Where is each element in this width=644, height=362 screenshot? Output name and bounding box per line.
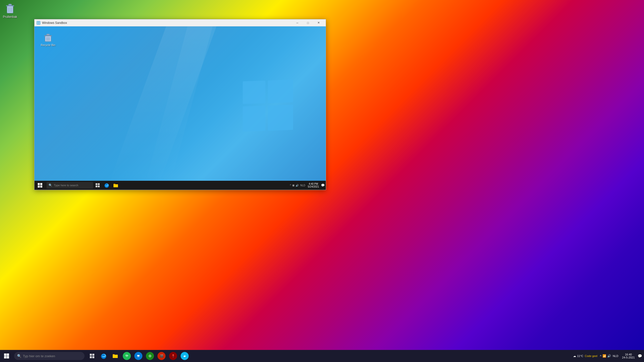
sandbox-task-view-icon (95, 183, 100, 188)
outer-desktop: Prullenbak Windows Sandbox ─ □ ✕ (0, 0, 644, 362)
outer-tray-notification[interactable]: 💬 (638, 354, 642, 358)
svg-point-37 (138, 357, 138, 357)
app8-icon: 📍 (169, 352, 177, 360)
sandbox-windows-start-icon (37, 183, 43, 188)
recycle-bin-svg-inner (43, 32, 53, 42)
store-icon (134, 352, 142, 360)
svg-rect-36 (113, 355, 118, 358)
sandbox-titlebar-icon (36, 21, 41, 25)
sandbox-clock-date: 5/24/2021 (308, 185, 319, 188)
sandbox-window: Windows Sandbox ─ □ ✕ (34, 19, 326, 190)
sandbox-tray-network[interactable]: 🖥 (292, 184, 295, 187)
svg-rect-26 (113, 184, 118, 187)
sandbox-inner-taskbar: 🔍 Type here to search (34, 181, 326, 190)
svg-rect-7 (37, 22, 38, 23)
sandbox-tray-show-hidden[interactable]: ^ (290, 184, 291, 187)
svg-rect-24 (98, 186, 100, 187)
outer-app9-button[interactable] (179, 350, 190, 361)
sandbox-recycle-bin-label: Recycle Bin (41, 43, 55, 47)
outer-file-explorer-icon (112, 353, 118, 359)
outer-tray-code-geel: Code geel (585, 354, 597, 357)
svg-rect-1 (6, 5, 14, 6)
outer-tray: ☁ 11°C Code geel ^ 📶 🔊 NLD 16:40 24-5-20… (573, 353, 644, 359)
svg-rect-13 (47, 34, 50, 35)
light-ray-2 (144, 26, 213, 190)
prullenbak-label: Prullenbak (3, 15, 17, 19)
outer-taskbar: 🔍 Typ hier om te zoeken (0, 350, 644, 362)
outer-clock-time: 16:40 (625, 353, 632, 356)
win-logo-bl (243, 106, 265, 131)
svg-rect-18 (40, 183, 42, 185)
svg-point-39 (184, 355, 185, 356)
spotify-icon (123, 352, 131, 360)
outer-tray-show-hidden[interactable]: ^ (600, 354, 601, 358)
svg-rect-9 (37, 23, 38, 24)
svg-rect-17 (38, 183, 40, 185)
outer-task-view-button[interactable] (87, 350, 98, 361)
sandbox-tray-language: NLD (300, 184, 306, 187)
sandbox-edge-button[interactable] (102, 181, 111, 190)
sandbox-tray: ^ 🖥 🔊 NLD 4:40 PM 5/24/2021 💬 (290, 183, 326, 188)
outer-search-box[interactable]: 🔍 Typ hier om te zoeken (14, 352, 85, 360)
app7-icon: 🎬 (157, 352, 166, 360)
outer-spotify-button[interactable] (121, 350, 132, 361)
outer-search-icon: 🔍 (17, 354, 21, 358)
outer-app8-button[interactable]: 📍 (168, 350, 179, 361)
start-windows-icon (4, 353, 9, 359)
docker-icon (181, 352, 189, 360)
svg-rect-32 (92, 354, 94, 356)
win-logo-tr (268, 80, 293, 103)
outer-app7-button[interactable]: 🎬 (156, 350, 167, 361)
sandbox-search-box[interactable]: 🔍 Type here to search (47, 182, 93, 189)
sandbox-titlebar: Windows Sandbox ─ □ ✕ (34, 19, 326, 26)
outer-tray-network[interactable]: 📶 (602, 354, 606, 358)
svg-rect-31 (90, 354, 92, 356)
start-button[interactable] (0, 350, 13, 362)
svg-rect-34 (92, 356, 94, 358)
outer-edge-button[interactable] (98, 350, 109, 361)
outer-file-explorer-button[interactable] (110, 350, 121, 361)
prullenbak-icon[interactable]: Prullenbak (0, 0, 20, 21)
windows-logo-grid (243, 80, 293, 132)
svg-rect-21 (96, 183, 97, 185)
outer-taskbar-clock[interactable]: 16:40 24-5-2021 (620, 353, 637, 359)
svg-rect-28 (7, 353, 9, 356)
svg-rect-33 (90, 356, 92, 358)
outer-tray-volume[interactable]: 🔊 (607, 354, 611, 358)
outer-tray-language: NLD (612, 354, 619, 357)
windows-logo-watermark (243, 80, 293, 131)
sandbox-recycle-bin-icon[interactable]: Recycle Bin (39, 31, 57, 48)
outer-edge-icon (100, 352, 107, 359)
sandbox-search-placeholder: Type here to search (54, 184, 78, 187)
sandbox-task-view-button[interactable] (93, 181, 102, 190)
svg-rect-10 (39, 23, 40, 24)
outer-search-placeholder: Typ hier om te zoeken (23, 354, 55, 358)
sandbox-clock-time: 4:40 PM (309, 183, 318, 185)
sandbox-taskbar-clock[interactable]: 4:40 PM 5/24/2021 (307, 183, 320, 188)
recycle-bin-svg-outer (4, 2, 16, 14)
outer-settings-icon: ⚙ (146, 352, 154, 360)
svg-rect-8 (39, 22, 40, 23)
sandbox-file-explorer-button[interactable] (111, 181, 120, 190)
win-logo-br (268, 105, 293, 131)
outer-settings-button[interactable]: ⚙ (144, 350, 155, 361)
svg-point-38 (139, 357, 139, 357)
sandbox-tray-notification[interactable]: 💬 (321, 184, 325, 187)
sandbox-maximize-button[interactable]: □ (303, 19, 313, 26)
svg-rect-30 (7, 356, 9, 358)
sandbox-minimize-button[interactable]: ─ (292, 19, 303, 26)
svg-rect-12 (44, 35, 52, 36)
sandbox-file-explorer-icon (113, 183, 118, 188)
outer-task-view-icon (90, 353, 95, 358)
svg-rect-2 (9, 4, 12, 5)
svg-rect-19 (38, 186, 40, 188)
outer-tray-weather-icon: ☁ (573, 354, 576, 358)
sandbox-edge-icon (104, 183, 109, 188)
sandbox-start-button[interactable] (34, 181, 46, 190)
sandbox-inner-desktop: Recycle Bin 🔍 Type here to search (34, 26, 326, 190)
svg-rect-29 (4, 356, 6, 358)
outer-tray-temp: 11°C (577, 354, 583, 357)
outer-store-button[interactable] (133, 350, 144, 361)
sandbox-close-button[interactable]: ✕ (313, 19, 324, 26)
sandbox-tray-volume[interactable]: 🔊 (296, 184, 299, 187)
